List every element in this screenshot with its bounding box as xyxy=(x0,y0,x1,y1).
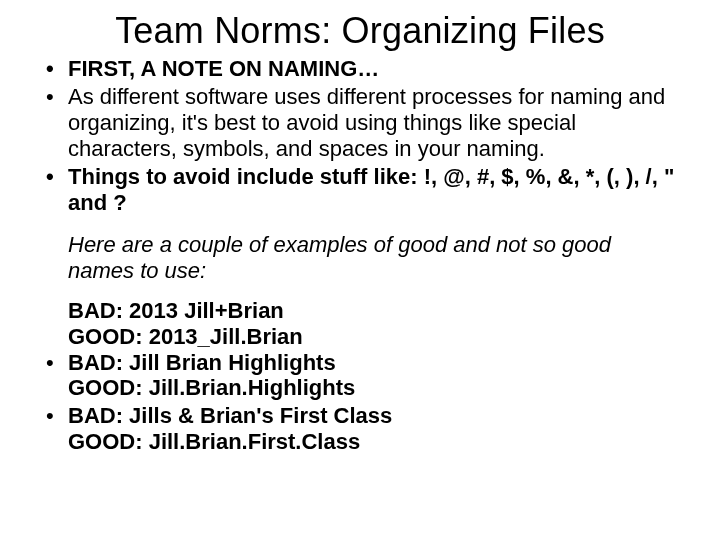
bullet-note-naming: FIRST, A NOTE ON NAMING… xyxy=(40,56,680,82)
example-2-good: GOOD: Jill.Brian.Highlights xyxy=(68,375,355,400)
slide-title: Team Norms: Organizing Files xyxy=(40,10,680,52)
example-3-good: GOOD: Jill.Brian.First.Class xyxy=(68,429,360,454)
examples-intro: Here are a couple of examples of good an… xyxy=(40,232,680,284)
bullet-things-to-avoid: Things to avoid include stuff like: !, @… xyxy=(40,164,680,216)
bullet-explanation: As different software uses different pro… xyxy=(40,84,680,162)
example-3-bad: BAD: Jills & Brian's First Class xyxy=(68,403,392,428)
slide: Team Norms: Organizing Files FIRST, A NO… xyxy=(0,0,720,540)
bullet-list: FIRST, A NOTE ON NAMING… As different so… xyxy=(40,56,680,216)
example-1-good: GOOD: 2013_Jill.Brian xyxy=(40,324,680,350)
example-1-bad: BAD: 2013 Jill+Brian xyxy=(40,298,680,324)
example-2: BAD: Jill Brian Highlights GOOD: Jill.Br… xyxy=(40,350,680,402)
example-list: BAD: Jill Brian Highlights GOOD: Jill.Br… xyxy=(40,350,680,456)
example-3: BAD: Jills & Brian's First Class GOOD: J… xyxy=(40,403,680,455)
example-2-bad: BAD: Jill Brian Highlights xyxy=(68,350,336,375)
